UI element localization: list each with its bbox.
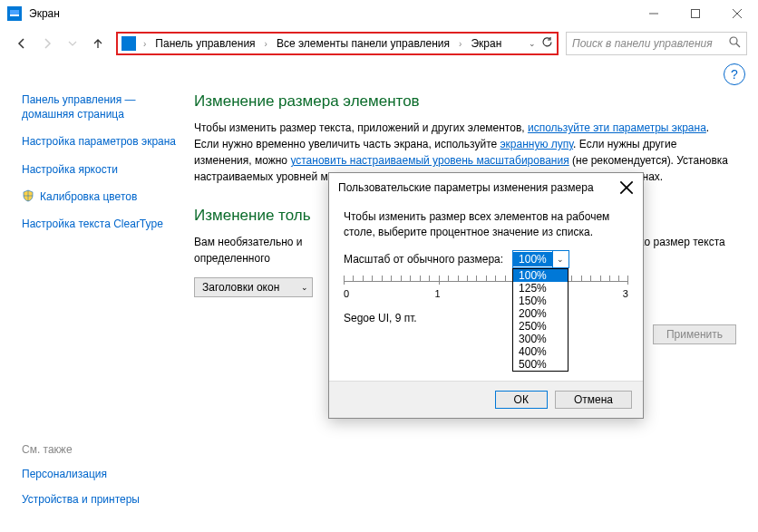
chevron-right-icon: › — [140, 39, 150, 49]
dialog-titlebar: Пользовательские параметры изменения раз… — [329, 173, 643, 202]
link-devices[interactable]: Устройства и принтеры — [22, 492, 140, 507]
link-personalization[interactable]: Персонализация — [22, 467, 140, 481]
dialog-title: Пользовательские параметры изменения раз… — [338, 181, 594, 194]
sidebar-item-brightness[interactable]: Настройка яркости — [22, 162, 180, 177]
dropdown-option[interactable]: 300% — [513, 333, 568, 345]
chevron-down-icon: ⌄ — [301, 283, 308, 292]
location-icon — [121, 36, 136, 51]
help-icon[interactable]: ? — [724, 63, 745, 85]
window-title: Экран — [29, 7, 60, 20]
close-button[interactable] — [716, 0, 758, 27]
minimize-button[interactable] — [633, 0, 675, 27]
see-also-header: См. также — [22, 443, 140, 456]
link-magnifier[interactable]: экранную лупу — [500, 138, 574, 150]
chevron-right-icon: › — [455, 39, 465, 49]
scale-combo[interactable]: 100% ⌄ 100% 125% 150% 200% 250% 300% 400… — [512, 250, 569, 268]
apply-button[interactable]: Применить — [653, 324, 736, 344]
scale-label: Масштаб от обычного размера: — [344, 253, 503, 266]
search-input[interactable]: Поиск в панели управления — [566, 32, 747, 55]
address-bar[interactable]: › Панель управления › Все элементы панел… — [116, 32, 559, 55]
svg-point-6 — [730, 37, 737, 44]
dropdown-option[interactable]: 200% — [513, 307, 568, 320]
svg-rect-1 — [10, 10, 19, 15]
search-icon — [729, 36, 741, 51]
scale-value: 100% — [513, 252, 552, 266]
svg-line-7 — [736, 44, 740, 47]
close-icon[interactable] — [619, 180, 634, 195]
maximize-button[interactable] — [675, 0, 716, 27]
ruler-label: 3 — [623, 288, 628, 299]
ruler-label: 0 — [344, 288, 349, 299]
shield-icon — [22, 189, 34, 202]
dropdown-option[interactable]: 100% — [513, 269, 568, 282]
refresh-icon[interactable] — [541, 36, 553, 51]
see-also: См. также Персонализация Устройства и пр… — [22, 443, 140, 517]
page-heading: Изменение размера элементов — [194, 92, 736, 111]
scale-dropdown: 100% 125% 150% 200% 250% 300% 400% 500% — [512, 268, 568, 372]
ruler-label: 1 — [434, 288, 440, 299]
link-custom-scaling[interactable]: установить настраиваемый уровень масштаб… — [290, 154, 568, 167]
sidebar: Панель управления — домашняя страница На… — [22, 92, 194, 344]
sidebar-item-display-settings[interactable]: Настройка параметров экрана — [22, 134, 180, 149]
up-button[interactable] — [87, 33, 109, 54]
dialog-description: Чтобы изменить размер всех элементов на … — [344, 209, 628, 241]
breadcrumb-item[interactable]: Экран — [469, 37, 503, 50]
dropdown-option[interactable]: 400% — [513, 345, 568, 358]
cancel-button[interactable]: Отмена — [555, 391, 632, 409]
sidebar-item-calibrate[interactable]: Калибровка цветов — [22, 189, 180, 204]
svg-rect-3 — [692, 10, 700, 18]
navbar: › Панель управления › Все элементы панел… — [0, 27, 758, 60]
recent-dropdown[interactable] — [62, 33, 83, 54]
chevron-right-icon: › — [261, 39, 271, 49]
chevron-down-icon[interactable]: ⌄ — [552, 251, 568, 267]
title-font-combo[interactable]: Заголовки окон⌄ — [194, 277, 313, 297]
ok-button[interactable]: ОК — [495, 391, 548, 409]
sidebar-item-cleartype[interactable]: Настройка текста ClearType — [22, 217, 180, 231]
forward-button[interactable] — [36, 33, 58, 54]
chevron-down-icon[interactable]: ⌄ — [529, 39, 536, 48]
dropdown-option[interactable]: 150% — [513, 295, 568, 307]
back-button[interactable] — [11, 33, 33, 54]
ruler[interactable]: 0 1 2 3 — [344, 276, 628, 308]
sidebar-item-home[interactable]: Панель управления — домашняя страница — [22, 92, 180, 121]
app-icon — [7, 6, 22, 21]
breadcrumb-item[interactable]: Панель управления — [153, 37, 257, 50]
font-sample: Segoe UI, 9 пт. — [344, 312, 628, 324]
search-placeholder: Поиск в панели управления — [572, 37, 729, 50]
dropdown-option[interactable]: 125% — [513, 282, 568, 295]
breadcrumb-item[interactable]: Все элементы панели управления — [275, 37, 452, 50]
custom-scaling-dialog: Пользовательские параметры изменения раз… — [328, 172, 644, 419]
link-display-params[interactable]: используйте эти параметры экрана — [528, 121, 706, 134]
dropdown-option[interactable]: 250% — [513, 320, 568, 333]
dropdown-option[interactable]: 500% — [513, 358, 568, 371]
titlebar: Экран — [0, 0, 758, 27]
